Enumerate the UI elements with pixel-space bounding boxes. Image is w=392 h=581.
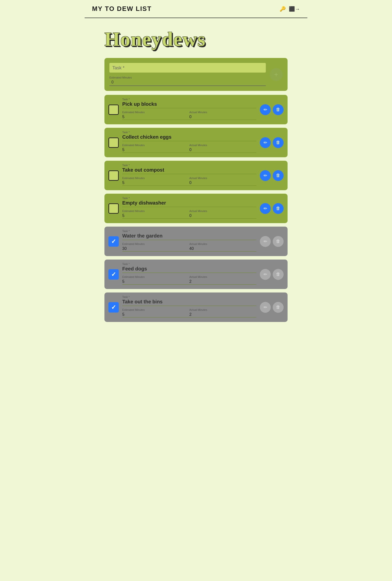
task-name-collect-chicken-eggs: Collect chicken eggs <box>122 132 256 141</box>
task-est-field-empty-dishwasher: Estimated Minutes 5 <box>122 209 189 219</box>
delete-button-take-out-the-bins[interactable]: 🗑 <box>273 302 284 313</box>
trash-icon: 🗑 <box>276 239 280 244</box>
task-card-collect-chicken-eggs: ✓ Task * Collect chicken eggs Estimated … <box>104 128 288 157</box>
task-card-pick-up-blocks: ✓ Task * Pick up blocks Estimated Minute… <box>104 95 288 124</box>
task-name-pick-up-blocks: Pick up blocks <box>122 99 256 108</box>
edit-button-water-the-garden[interactable]: ✏ <box>260 236 271 247</box>
edit-button-take-out-the-bins[interactable]: ✏ <box>260 302 271 313</box>
task-est-value-water-the-garden: 30 <box>122 246 189 252</box>
task-actual-field-take-out-the-bins: Actual Minutes 2 <box>189 308 256 318</box>
new-task-est-field: Estimated Minutes <box>109 75 266 86</box>
task-name-water-the-garden: Water the garden <box>122 231 256 240</box>
task-est-label-take-out-compost: Estimated Minutes <box>122 176 144 180</box>
trash-icon: 🗑 <box>276 304 280 310</box>
task-est-field-collect-chicken-eggs: Estimated Minutes 5 <box>122 143 189 153</box>
task-checkbox-pick-up-blocks[interactable]: ✓ <box>108 104 119 115</box>
pencil-icon: ✏ <box>264 140 267 145</box>
new-task-minutes-row: Estimated Minutes <box>109 75 266 86</box>
task-minutes-row-feed-dogs: Estimated Minutes 5 Actual Minutes 2 <box>122 275 256 284</box>
task-est-label-water-the-garden: Estimated Minutes <box>122 242 144 246</box>
task-checkbox-collect-chicken-eggs[interactable]: ✓ <box>108 138 119 148</box>
pencil-icon: ✏ <box>264 272 267 277</box>
edit-button-collect-chicken-eggs[interactable]: ✏ <box>260 137 271 148</box>
task-minutes-row-empty-dishwasher: Estimated Minutes 5 Actual Minutes 0 <box>122 209 256 219</box>
delete-button-empty-dishwasher[interactable]: 🗑 <box>273 203 284 214</box>
task-card-take-out-compost: ✓ Task * Take out compost Estimated Minu… <box>104 161 288 190</box>
delete-button-pick-up-blocks[interactable]: 🗑 <box>273 104 284 115</box>
task-label-take-out-compost: Task * <box>122 164 130 167</box>
task-est-value-take-out-compost: 5 <box>122 180 189 186</box>
task-fields-collect-chicken-eggs: Task * Collect chicken eggs Estimated Mi… <box>122 132 256 153</box>
task-checkbox-take-out-the-bins[interactable]: ✓ <box>108 302 119 312</box>
page-title-container: Honeydews <box>85 18 307 58</box>
task-label-take-out-the-bins: Task * <box>122 296 130 298</box>
task-label-pick-up-blocks: Task * <box>122 98 130 101</box>
task-actions-take-out-the-bins: ✏ 🗑 <box>260 302 284 313</box>
task-checkbox-empty-dishwasher[interactable]: ✓ <box>108 203 119 214</box>
key-icon[interactable]: 🔑 <box>280 6 286 12</box>
task-label-collect-chicken-eggs: Task * <box>122 131 130 134</box>
page-title: Honeydews <box>104 28 307 50</box>
task-est-value-take-out-the-bins: 5 <box>122 312 189 318</box>
trash-icon: 🗑 <box>276 140 280 145</box>
task-card-water-the-garden: ✓ Task * Water the garden Estimated Minu… <box>104 226 288 256</box>
app-header: MY TO DEW LIST 🔑 ⬛→ <box>85 0 307 18</box>
trash-icon: 🗑 <box>276 272 280 277</box>
task-fields-pick-up-blocks: Task * Pick up blocks Estimated Minutes … <box>122 99 256 120</box>
task-actual-value-water-the-garden: 40 <box>189 246 256 252</box>
task-name-row-take-out-the-bins: Task * Take out the bins <box>122 297 256 306</box>
edit-button-take-out-compost[interactable]: ✏ <box>260 170 271 181</box>
task-actions-collect-chicken-eggs: ✏ 🗑 <box>260 137 284 148</box>
add-task-button[interactable]: + <box>270 68 283 81</box>
delete-button-feed-dogs[interactable]: 🗑 <box>273 269 284 280</box>
task-name-field <box>109 63 266 72</box>
task-actual-label-feed-dogs: Actual Minutes <box>189 276 207 278</box>
edit-button-pick-up-blocks[interactable]: ✏ <box>260 104 271 115</box>
edit-button-empty-dishwasher[interactable]: ✏ <box>260 203 271 214</box>
task-name-empty-dishwasher: Empty dishwasher <box>122 198 256 207</box>
task-actual-field-water-the-garden: Actual Minutes 40 <box>189 242 256 252</box>
add-task-fields: Estimated Minutes <box>109 63 266 86</box>
task-minutes-row-water-the-garden: Estimated Minutes 30 Actual Minutes 40 <box>122 242 256 252</box>
delete-button-take-out-compost[interactable]: 🗑 <box>273 170 284 181</box>
task-est-label-feed-dogs: Estimated Minutes <box>122 276 144 278</box>
add-task-card: Estimated Minutes + <box>104 58 288 91</box>
task-name-row-empty-dishwasher: Task * Empty dishwasher <box>122 198 256 207</box>
task-actual-value-pick-up-blocks: 0 <box>189 115 256 120</box>
task-fields-water-the-garden: Task * Water the garden Estimated Minute… <box>122 231 256 252</box>
pencil-icon: ✏ <box>264 107 267 112</box>
task-checkbox-water-the-garden[interactable]: ✓ <box>108 236 119 247</box>
pencil-icon: ✏ <box>264 173 267 178</box>
task-actions-take-out-compost: ✏ 🗑 <box>260 170 284 181</box>
pencil-icon: ✏ <box>264 239 267 244</box>
task-label-water-the-garden: Task * <box>122 230 130 232</box>
new-task-input[interactable] <box>109 63 266 72</box>
delete-button-water-the-garden[interactable]: 🗑 <box>273 236 284 247</box>
trash-icon: 🗑 <box>276 107 280 112</box>
task-actual-value-take-out-compost: 0 <box>189 180 256 186</box>
task-actual-field-pick-up-blocks: Actual Minutes 0 <box>189 110 256 120</box>
task-actual-label-take-out-the-bins: Actual Minutes <box>189 308 207 311</box>
task-card-take-out-the-bins: ✓ Task * Take out the bins Estimated Min… <box>104 292 288 322</box>
task-checkbox-take-out-compost[interactable]: ✓ <box>108 170 119 181</box>
task-checkbox-feed-dogs[interactable]: ✓ <box>108 269 119 280</box>
pencil-icon: ✏ <box>264 206 267 211</box>
task-est-field-feed-dogs: Estimated Minutes 5 <box>122 275 189 284</box>
edit-button-feed-dogs[interactable]: ✏ <box>260 269 271 280</box>
delete-button-collect-chicken-eggs[interactable]: 🗑 <box>273 137 284 148</box>
task-actual-value-collect-chicken-eggs: 0 <box>189 148 256 153</box>
task-est-field-take-out-the-bins: Estimated Minutes 5 <box>122 308 189 318</box>
task-actual-field-collect-chicken-eggs: Actual Minutes 0 <box>189 143 256 153</box>
task-est-label-pick-up-blocks: Estimated Minutes <box>122 111 144 114</box>
logout-icon[interactable]: ⬛→ <box>289 6 300 12</box>
task-actual-label-pick-up-blocks: Actual Minutes <box>189 111 207 114</box>
task-actual-label-empty-dishwasher: Actual Minutes <box>189 210 207 212</box>
pencil-icon: ✏ <box>264 304 267 310</box>
task-actual-label-collect-chicken-eggs: Actual Minutes <box>189 144 207 146</box>
checkmark-feed-dogs: ✓ <box>111 272 116 277</box>
task-fields-empty-dishwasher: Task * Empty dishwasher Estimated Minute… <box>122 198 256 219</box>
task-minutes-row-collect-chicken-eggs: Estimated Minutes 5 Actual Minutes 0 <box>122 143 256 153</box>
task-est-value-collect-chicken-eggs: 5 <box>122 148 189 153</box>
new-task-est-input[interactable] <box>109 75 266 86</box>
task-fields-take-out-compost: Task * Take out compost Estimated Minute… <box>122 165 256 186</box>
